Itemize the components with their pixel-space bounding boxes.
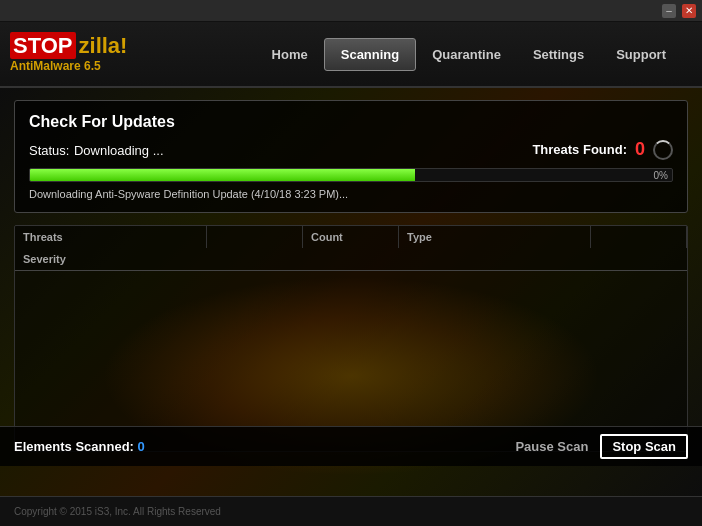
scan-buttons: Pause Scan Stop Scan (515, 434, 688, 459)
status-area: Status: Downloading ... (29, 141, 164, 159)
footer: Copyright © 2015 iS3, Inc. All Rights Re… (0, 496, 702, 526)
main-content: Check For Updates Status: Downloading ..… (0, 88, 702, 496)
title-bar: – ✕ (0, 0, 702, 22)
table-header: Threats Count Type Severity (15, 226, 687, 271)
threats-count: 0 (635, 139, 645, 160)
threats-label: Threats Found: (532, 142, 627, 157)
loading-spinner (653, 140, 673, 160)
minimize-button[interactable]: – (662, 4, 676, 18)
stop-scan-button[interactable]: Stop Scan (600, 434, 688, 459)
nav-quarantine[interactable]: Quarantine (416, 39, 517, 70)
logo: STOPzilla! AntiMalware 6.5 (10, 35, 130, 73)
status-value: Downloading ... (74, 143, 164, 158)
nav-home[interactable]: Home (256, 39, 324, 70)
status-label: Status: (29, 143, 69, 158)
elements-scanned-count: 0 (138, 439, 145, 454)
threats-table: Threats Count Type Severity (14, 225, 688, 452)
nav-support[interactable]: Support (600, 39, 682, 70)
header: STOPzilla! AntiMalware 6.5 Home Scanning… (0, 22, 702, 88)
logo-subtitle: AntiMalware 6.5 (10, 59, 130, 73)
col-severity: Severity (15, 248, 207, 270)
threats-area: Threats Found: 0 (532, 139, 673, 160)
progress-bar-container: 0% (29, 168, 673, 182)
progress-percent: 0% (654, 170, 668, 181)
status-row: Status: Downloading ... Threats Found: 0 (29, 139, 673, 160)
update-title: Check For Updates (29, 113, 673, 131)
update-panel: Check For Updates Status: Downloading ..… (14, 100, 688, 213)
col-type: Type (399, 226, 591, 248)
nav-settings[interactable]: Settings (517, 39, 600, 70)
download-status: Downloading Anti-Spyware Definition Upda… (29, 188, 673, 200)
col-count: Count (303, 226, 399, 248)
col-empty1 (207, 226, 303, 248)
elements-scanned-label: Elements Scanned: 0 (14, 439, 145, 454)
close-button[interactable]: ✕ (682, 4, 696, 18)
table-body (15, 271, 687, 451)
copyright-text: Copyright © 2015 iS3, Inc. All Rights Re… (14, 506, 221, 517)
bottom-bar: Elements Scanned: 0 Pause Scan Stop Scan (0, 426, 702, 466)
progress-bar-fill (30, 169, 415, 181)
logo-stop: STOPzilla! (10, 35, 130, 57)
nav-scanning[interactable]: Scanning (324, 38, 417, 71)
col-empty2 (591, 226, 687, 248)
pause-scan-button[interactable]: Pause Scan (515, 439, 588, 454)
col-threats: Threats (15, 226, 207, 248)
nav-bar: Home Scanning Quarantine Settings Suppor… (256, 38, 682, 71)
